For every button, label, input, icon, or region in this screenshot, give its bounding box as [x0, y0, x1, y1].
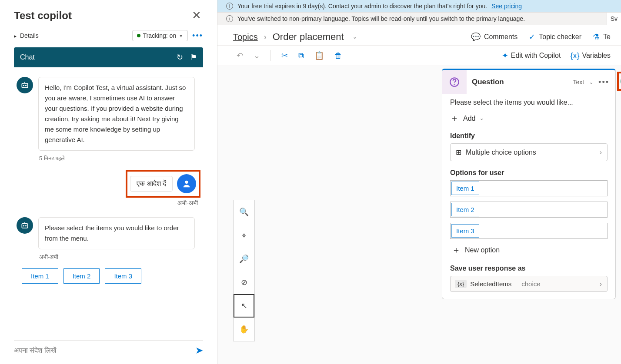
quick-reply-options: Item 1 Item 2 Item 3 — [22, 268, 200, 284]
chevron-down-icon: ▼ — [179, 33, 183, 38]
chevron-down-icon[interactable]: ⌄ — [589, 79, 593, 85]
switch-language-button[interactable]: Sv — [607, 13, 621, 25]
option-input[interactable]: Item 2 — [450, 202, 608, 218]
message-timestamp: अभी-अभी — [177, 199, 198, 207]
breadcrumb-topics[interactable]: Topics — [233, 32, 258, 42]
new-option-button[interactable]: ＋New option — [452, 244, 608, 256]
see-pricing-link[interactable]: See pricing — [491, 3, 522, 10]
language-banner: i You've switched to non-primary languag… — [217, 12, 621, 25]
more-icon[interactable]: ••• — [598, 78, 609, 87]
close-icon[interactable]: ✕ — [190, 9, 203, 22]
bot-message: Please select the items you would like t… — [38, 217, 195, 249]
bot-message: Hello, I'm Copilot Test, a virtual assis… — [38, 77, 195, 151]
cursor-icon[interactable]: ↖ — [234, 294, 254, 318]
reset-icon[interactable]: ⊘ — [234, 271, 254, 294]
add-button[interactable]: ＋Add⌄ — [450, 113, 608, 124]
user-message: एक आदेश दें — [130, 176, 173, 192]
svg-rect-0 — [22, 83, 27, 88]
option-input[interactable]: Item 1 — [450, 180, 608, 196]
node-title: Question — [472, 78, 568, 86]
zoom-out-icon[interactable]: 🔎 — [234, 247, 254, 271]
flag-icon[interactable]: ⚑ — [190, 53, 197, 62]
svg-point-4 — [185, 181, 188, 184]
variables-button[interactable]: {x}Variables — [570, 51, 611, 60]
trial-banner: i Your free trial expires in 9 day(s). C… — [217, 0, 621, 12]
question-prompt[interactable]: Please select the items you would like..… — [450, 99, 608, 106]
send-icon[interactable]: ➤ — [195, 345, 203, 356]
chevron-right-icon: › — [264, 33, 267, 42]
svg-point-6 — [23, 225, 24, 226]
identify-selector[interactable]: ⊞ Multiple choice options › — [450, 143, 608, 161]
variable-icon: {x} — [570, 51, 579, 60]
node-type: Text — [573, 79, 584, 86]
chevron-right-icon: › — [594, 280, 607, 288]
plus-icon: ＋ — [452, 244, 461, 256]
paste-icon[interactable]: 📋 — [314, 51, 324, 60]
sparkle-icon: ✦ — [502, 51, 508, 60]
bot-avatar-icon — [17, 77, 33, 93]
info-icon: i — [226, 15, 233, 22]
chevron-down-icon[interactable]: ⌄ — [353, 34, 357, 40]
svg-point-1 — [23, 85, 24, 86]
topic-header: Topics › Order placement ⌄ 💬Comments ✓To… — [217, 25, 621, 46]
test-button[interactable]: ⚗Te — [593, 32, 611, 42]
test-copilot-panel: Test copilot ✕ Details Tracking: on ▼ ••… — [0, 0, 217, 364]
chevron-down-icon: ⌄ — [480, 116, 484, 121]
validation-highlight: ✓ — [617, 72, 621, 91]
topic-checker-button[interactable]: ✓Topic checker — [529, 32, 581, 42]
fit-icon[interactable]: ⌖ — [234, 224, 254, 247]
option-button[interactable]: Item 1 — [22, 268, 58, 284]
identify-label: Identify — [450, 132, 608, 140]
zoom-in-icon[interactable]: 🔍 — [234, 200, 254, 224]
cut-icon[interactable]: ✂ — [281, 51, 288, 60]
chevron-right-icon: › — [600, 149, 602, 156]
user-message-highlight: एक आदेश दें — [126, 170, 200, 198]
user-avatar-icon — [177, 174, 196, 193]
more-icon[interactable]: ••• — [192, 31, 203, 40]
chat-body: Hello, I'm Copilot Test, a virtual assis… — [14, 67, 203, 340]
zoom-toolbar: 🔍 ⌖ 🔎 ⊘ ↖ ✋ — [233, 200, 255, 341]
plus-icon: ＋ — [450, 113, 459, 124]
chat-header: Chat ↻ ⚑ — [14, 47, 203, 67]
delete-icon[interactable]: 🗑 — [334, 51, 342, 60]
canvas-area: i Your free trial expires in 9 day(s). C… — [217, 0, 621, 364]
message-input[interactable] — [14, 347, 195, 354]
details-toggle[interactable]: Details — [14, 32, 39, 39]
canvas[interactable]: 🔍 ⌖ 🔎 ⊘ ↖ ✋ ✓ Question Text ⌄ • — [217, 66, 621, 364]
message-timestamp: 5 मिनट पहले — [39, 155, 200, 162]
chevron-down-icon[interactable]: ⌄ — [254, 51, 260, 60]
pan-icon[interactable]: ✋ — [234, 318, 254, 341]
question-icon — [442, 70, 467, 94]
chat-input-area: ➤ — [14, 340, 203, 364]
status-dot-icon — [137, 34, 140, 37]
flask-icon: ⚗ — [593, 32, 600, 42]
option-input[interactable]: Item 3 — [450, 223, 608, 239]
option-button[interactable]: Item 3 — [105, 268, 141, 284]
undo-icon[interactable]: ↶ — [237, 51, 243, 60]
svg-rect-5 — [22, 224, 27, 228]
copy-icon[interactable]: ⧉ — [298, 51, 304, 60]
editor-toolbar: ↶ ⌄ ✂ ⧉ 📋 🗑 ✦Edit with Copilot {x}Variab… — [217, 46, 621, 66]
edit-with-copilot-button[interactable]: ✦Edit with Copilot — [502, 51, 561, 60]
tracking-dropdown[interactable]: Tracking: on ▼ — [132, 30, 188, 41]
options-label: Options for user — [450, 169, 608, 177]
svg-point-2 — [26, 85, 27, 86]
comments-button[interactable]: 💬Comments — [471, 32, 518, 42]
svg-point-10 — [454, 84, 454, 85]
panel-title: Test copilot — [14, 10, 72, 22]
variable-icon: {x} — [455, 280, 467, 288]
message-timestamp: अभी-अभी — [39, 254, 200, 261]
comment-icon: 💬 — [471, 32, 481, 42]
save-response-label: Save user response as — [450, 265, 608, 272]
question-node[interactable]: ✓ Question Text ⌄ ••• Please select the … — [442, 69, 616, 299]
grid-icon: ⊞ — [456, 148, 461, 156]
bot-avatar-icon — [17, 217, 33, 234]
svg-point-7 — [26, 225, 27, 226]
variable-selector[interactable]: {x}SelectedItems choice › — [450, 276, 608, 292]
topic-name: Order placement — [273, 31, 344, 43]
option-button[interactable]: Item 2 — [63, 268, 100, 284]
checker-icon: ✓ — [529, 32, 535, 42]
refresh-icon[interactable]: ↻ — [177, 53, 183, 62]
info-icon: i — [226, 3, 233, 10]
